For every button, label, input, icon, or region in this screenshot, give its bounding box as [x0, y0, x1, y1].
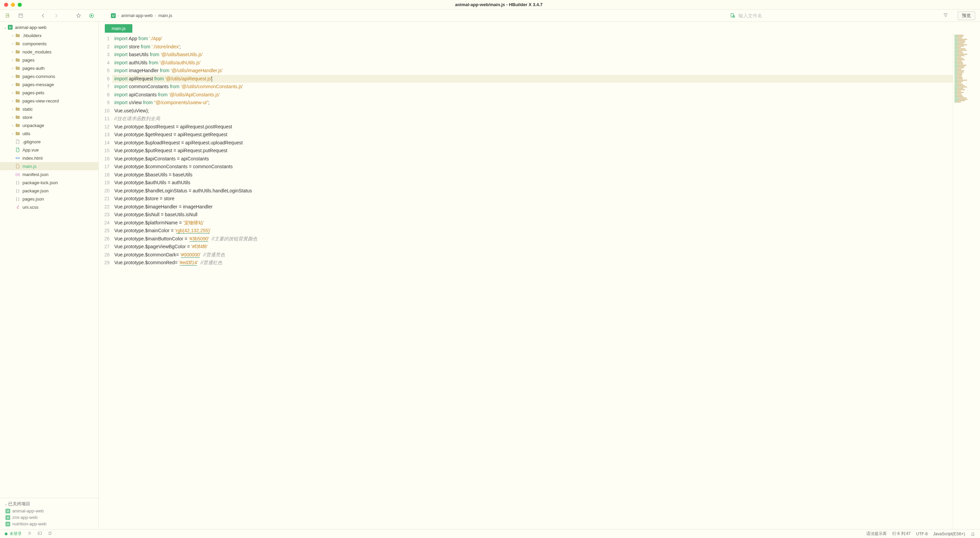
- svg-rect-5: [38, 532, 41, 535]
- code-line[interactable]: //挂在请求函数到全局: [112, 115, 953, 123]
- new-file-icon[interactable]: [5, 13, 11, 19]
- code-line[interactable]: import commonConstants from '@/utils/com…: [112, 83, 953, 91]
- svg-rect-1: [19, 14, 23, 18]
- star-icon[interactable]: [76, 13, 82, 19]
- code-line[interactable]: Vue.prototype.$mainColor = 'rgb(42,132,2…: [112, 227, 953, 235]
- closed-project-item[interactable]: Uanimal-app-web: [0, 508, 98, 514]
- code-line[interactable]: import authUtils from '@/utils/authUtils…: [112, 59, 953, 67]
- code-line[interactable]: Vue.prototype.$imageHandler = imageHandl…: [112, 203, 953, 211]
- minimize-window-button[interactable]: [11, 3, 15, 7]
- breadcrumb-project[interactable]: animal-app-web: [121, 13, 153, 18]
- tree-file[interactable]: <>index.html: [0, 154, 98, 162]
- nav-forward-icon[interactable]: [53, 13, 59, 19]
- closed-projects-panel: ⌄ 已关闭项目 Uanimal-app-webUzmi-app-webUnutr…: [0, 498, 98, 529]
- code-line[interactable]: Vue.prototype.$postRequest = apiRequest.…: [112, 123, 953, 131]
- maximize-window-button[interactable]: [18, 3, 22, 7]
- code-line[interactable]: Vue.prototype.$isNull = baseUtils.isNull: [112, 211, 953, 219]
- code-line[interactable]: Vue.prototype.$pageViewBgColor = '#f3f4f…: [112, 243, 953, 251]
- code-line[interactable]: Vue.prototype.$uploadRequest = apiReques…: [112, 139, 953, 147]
- tree-root[interactable]: ⌄Uanimal-app-web: [0, 23, 98, 31]
- minimap[interactable]: [953, 33, 980, 529]
- code-line[interactable]: Vue.prototype.$mainButtonColor = '#3b509…: [112, 235, 953, 243]
- code-line[interactable]: Vue.prototype.$getRequest = apiRequest.g…: [112, 131, 953, 139]
- folder-icon: [15, 123, 21, 128]
- code-line[interactable]: import imageHandler from '@/utils/imageH…: [112, 67, 953, 75]
- code-line[interactable]: Vue.use(uView);: [112, 107, 953, 115]
- folder-icon: [15, 115, 21, 120]
- traffic-lights: [4, 3, 22, 7]
- filter-icon[interactable]: [943, 13, 948, 18]
- preview-button[interactable]: 预览: [958, 11, 975, 20]
- tab-main-js[interactable]: main.js: [105, 24, 132, 33]
- tree-folder[interactable]: ›pages: [0, 56, 98, 64]
- nav-back-icon[interactable]: [40, 13, 46, 19]
- code-line[interactable]: import App from './App': [112, 35, 953, 43]
- project-icon: U: [5, 522, 10, 527]
- code-line[interactable]: Vue.prototype.$authUtils = authUtils: [112, 179, 953, 187]
- list-icon[interactable]: [27, 531, 32, 536]
- tree-file[interactable]: uni.scss: [0, 203, 98, 211]
- code-line[interactable]: import store from './store/index';: [112, 43, 953, 51]
- code-line[interactable]: Vue.prototype.$baseUtils = baseUtils: [112, 171, 953, 179]
- closed-project-item[interactable]: Unutrition-app-web: [0, 520, 98, 527]
- tree-folder[interactable]: ›components: [0, 40, 98, 48]
- close-window-button[interactable]: [4, 3, 8, 7]
- tree-file[interactable]: [ ]pages.json: [0, 195, 98, 203]
- tree-folder[interactable]: ›unpackage: [0, 121, 98, 129]
- terminal-icon[interactable]: [37, 531, 42, 536]
- chevron-down-icon: ⌄: [3, 26, 8, 29]
- tree-file[interactable]: App.vue: [0, 146, 98, 154]
- tree-folder[interactable]: ›utils: [0, 129, 98, 137]
- tree-folder[interactable]: ›static: [0, 105, 98, 113]
- tree-folder[interactable]: ›pages-message: [0, 80, 98, 89]
- breadcrumb-file[interactable]: main.js: [158, 13, 172, 18]
- code-line[interactable]: Vue.prototype.$store = store: [112, 195, 953, 203]
- sync-icon[interactable]: [48, 531, 52, 536]
- tree-file[interactable]: [ ]package.json: [0, 187, 98, 195]
- tree-file[interactable]: .gitignore: [0, 137, 98, 146]
- login-status[interactable]: 未登录: [5, 531, 22, 536]
- save-icon[interactable]: [18, 13, 24, 19]
- folder-icon: [15, 107, 21, 111]
- tree-folder[interactable]: ›pages-view-record: [0, 97, 98, 105]
- language-mode[interactable]: JavaScript(ES6+): [933, 532, 965, 536]
- tree-file[interactable]: [ ]package-lock.json: [0, 179, 98, 187]
- tree-file[interactable]: {o}manifest.json: [0, 170, 98, 179]
- code-line[interactable]: import apiRequest from '@/utils/apiReque…: [112, 75, 953, 83]
- code-line[interactable]: Vue.prototype.$handleLoginStatus = authU…: [112, 187, 953, 195]
- closed-project-item[interactable]: Uzmi-app-web: [0, 514, 98, 520]
- chevron-right-icon: ›: [10, 58, 15, 62]
- tree-folder[interactable]: ›pages-commons: [0, 72, 98, 80]
- code-line[interactable]: Vue.prototype.$commonDark= '#000000' //普…: [112, 251, 953, 259]
- code-content[interactable]: import App from './App'import store from…: [112, 33, 953, 529]
- tree-file[interactable]: main.js: [0, 162, 98, 170]
- search-input[interactable]: [738, 13, 940, 18]
- tree-folder[interactable]: ›.hbuilderx: [0, 31, 98, 40]
- code-line[interactable]: import apiConstants from '@/utils/ApiCon…: [112, 91, 953, 99]
- code-line[interactable]: import baseUtils from '@/utils/baseUtils…: [112, 51, 953, 59]
- titlebar: animal-app-web/main.js - HBuilder X 3.4.…: [0, 0, 980, 10]
- code-line[interactable]: Vue.prototype.$platformName = '宠物驿站': [112, 219, 953, 227]
- code-line[interactable]: Vue.prototype.$apiConstants = apiConstan…: [112, 155, 953, 163]
- code-line[interactable]: Vue.prototype.$putRequest = apiRequest.p…: [112, 147, 953, 155]
- syntax-hints[interactable]: 语法提示库: [866, 531, 887, 536]
- code-editor[interactable]: 1234567891011121314151617181920212223242…: [99, 33, 980, 529]
- folder-icon: [15, 49, 21, 54]
- chevron-right-icon: ›: [10, 91, 15, 95]
- code-line[interactable]: Vue.prototype.$commonConstants = commonC…: [112, 163, 953, 171]
- code-line[interactable]: import uView from "@/components/uview-ui…: [112, 99, 953, 107]
- tree-folder[interactable]: ›pages-auth: [0, 64, 98, 72]
- file-icon: [ ]: [15, 188, 21, 193]
- folder-icon: [15, 74, 21, 79]
- file-icon: [ ]: [15, 196, 21, 201]
- bell-icon[interactable]: [970, 532, 975, 536]
- tree-folder[interactable]: ›node_modules: [0, 48, 98, 56]
- encoding[interactable]: UTF-8: [916, 532, 928, 536]
- tree-folder[interactable]: ›store: [0, 113, 98, 121]
- run-icon[interactable]: [89, 13, 95, 19]
- chevron-right-icon: ›: [10, 107, 15, 111]
- closed-projects-header[interactable]: ⌄ 已关闭项目: [0, 500, 98, 508]
- code-line[interactable]: Vue.prototype.$commonRed= '#ed3f14' //普通…: [112, 259, 953, 267]
- cursor-position[interactable]: 行:6 列:47: [892, 531, 911, 536]
- tree-folder[interactable]: ›pages-pets: [0, 89, 98, 97]
